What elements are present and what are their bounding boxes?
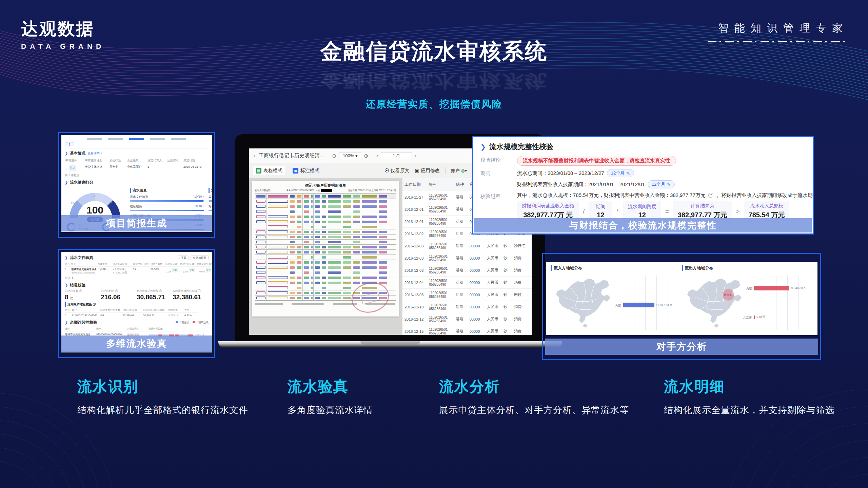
score-bar bbox=[130, 210, 204, 211]
table-mode-button[interactable]: ▦ 表格模式 bbox=[253, 166, 285, 175]
bar-outflow-small bbox=[754, 316, 755, 319]
briefing-score-list-2: 异常流水10/10 ›对手分析10/10 › bbox=[209, 195, 212, 211]
label-process: 校验过程 bbox=[480, 192, 517, 222]
briefing-tab[interactable]: 1 bbox=[65, 142, 74, 147]
cell-account: 1102026501056286490 bbox=[427, 267, 454, 274]
page-title-reflection: 金融信贷流水审核系统 bbox=[0, 69, 868, 93]
bar-inflow bbox=[623, 303, 654, 307]
document-title: 工商银行借记卡历史明细清... bbox=[259, 152, 324, 159]
score-value: 10/10 › bbox=[194, 204, 204, 209]
cell-serial: 00000 bbox=[468, 329, 485, 333]
feature-verify: 流水验真 多角度验真流水详情 bbox=[288, 377, 373, 416]
inflow-chart-title: 流入方地域分布 bbox=[551, 265, 682, 271]
zoom-level-select[interactable]: 100% ▾ bbox=[339, 152, 361, 159]
help-icon[interactable]: ? bbox=[708, 193, 713, 198]
cell-account: 1102026501056286490 bbox=[427, 316, 454, 323]
cell-cash: 钞 bbox=[501, 243, 512, 248]
score-value: 10/10 › bbox=[194, 195, 204, 199]
score-col2-header: 流水分析 bbox=[209, 188, 212, 193]
chevron-right-icon: ❯ bbox=[65, 256, 68, 260]
cell-type: 活期 bbox=[454, 329, 468, 334]
scanned-row bbox=[255, 219, 396, 224]
feature-title: 流水分析 bbox=[439, 377, 629, 396]
cell-serial: 00000 bbox=[468, 293, 485, 297]
score-bar bbox=[209, 200, 212, 202]
cell-cash: 钞 bbox=[501, 317, 512, 322]
period-tag[interactable]: 12个月✎ bbox=[648, 180, 675, 188]
account-filter-dropdown[interactable]: 账户 ◎▾ bbox=[451, 168, 467, 174]
scanned-row bbox=[255, 255, 396, 260]
cell-date: 2016-12-03 bbox=[402, 268, 427, 272]
period-tag[interactable]: 12个月✎ bbox=[607, 169, 634, 177]
cell-date: 2016-12-01 bbox=[402, 220, 427, 224]
feature-desc: 结构化解析几乎全部格式的银行流水文件 bbox=[77, 404, 248, 416]
cell-date: 2016-12-03 bbox=[402, 256, 427, 260]
cell-serial: 00000 bbox=[468, 305, 485, 309]
prev-page-icon[interactable]: ‹ bbox=[376, 153, 378, 159]
feature-title: 流水识别 bbox=[77, 377, 248, 396]
panel-caption: 多维流水验真 bbox=[61, 336, 212, 352]
panel-scale-check: ❯ 流水规模完整性校验 校验结论 流水规模不能覆盖财报利润表中营业收入金额，请检… bbox=[472, 136, 814, 235]
cell-memo: 消费 bbox=[512, 329, 532, 334]
cell-type: 活期 bbox=[454, 317, 468, 322]
next-page-icon[interactable]: › bbox=[415, 153, 416, 159]
cell-account: 1102026501056286490 bbox=[427, 279, 454, 286]
section-score-title: 流水健康打分 bbox=[70, 180, 93, 185]
panel-briefing: 1 + ❯ 基本情况 查看详情 » 申贷主体申贷主体性质 所处行业企业性质 法定… bbox=[58, 132, 215, 238]
slide: 达观数据 DATA GRAND 智能知识管理专家 金融信贷流水审核系统 金融信贷… bbox=[0, 0, 868, 488]
score-label: 流水文件验真 bbox=[130, 195, 148, 199]
score-bar bbox=[130, 200, 204, 202]
zoom-out-icon[interactable]: ⊖ bbox=[332, 153, 337, 159]
scanned-row bbox=[255, 270, 396, 275]
outflow-bar-chart: 为空 9,646.88万 北京市 0.84万 bbox=[754, 276, 811, 330]
cell-serial: 00000 bbox=[468, 268, 485, 272]
interest-check-table: 序号账户 结息次数/应结次数流水日均余额 利息推算日均总余额活期利率 差率 1 … bbox=[65, 308, 209, 318]
page-title: 金融信贷流水审核系统 bbox=[0, 37, 868, 66]
add-tab-button[interactable]: + bbox=[76, 142, 82, 147]
cell-type: 活期 bbox=[454, 280, 468, 285]
chevron-right-icon: ❯ bbox=[65, 151, 68, 156]
redaction-box bbox=[321, 189, 332, 192]
apply-changes-button[interactable]: ▣ 应用修改 bbox=[415, 168, 440, 174]
score-item: 对手分析10/10 › bbox=[209, 204, 212, 211]
brand-tagline: 智能知识管理专家 bbox=[708, 21, 848, 35]
cell-currency: 人民币 bbox=[485, 280, 501, 285]
cell-currency: 人民币 bbox=[485, 329, 501, 334]
zoom-in-icon[interactable]: ⊕ bbox=[364, 153, 368, 159]
annotate-icon: ◙ bbox=[293, 168, 298, 174]
cell-memo: 消费 bbox=[512, 256, 532, 261]
cell-account: 1102026501056286490 bbox=[427, 242, 454, 250]
view-original-button[interactable]: ⦿ 仅看原文 bbox=[384, 168, 410, 174]
score-col1-header: 流水验真 bbox=[130, 188, 204, 193]
scanned-row bbox=[255, 260, 396, 265]
annotate-mode-button[interactable]: ◙ 标注模式 bbox=[290, 166, 322, 175]
cell-date: 2016-12-12 bbox=[402, 317, 427, 321]
score-label: 结息校验 bbox=[130, 204, 142, 209]
panel-caption: 项目简报生成 bbox=[61, 215, 212, 231]
scanned-row bbox=[255, 204, 396, 209]
table-row: 2016-12-031102026501056286490活期00000人民币钞… bbox=[402, 240, 532, 252]
panel-caption: 与财报结合，校验流水规模完整性 bbox=[474, 218, 812, 232]
score-item: 流水文件验真10/10 › bbox=[130, 195, 204, 202]
cell-type: 活期 bbox=[454, 231, 468, 236]
cell-serial: 00000 bbox=[468, 317, 485, 321]
table-row: 2016-12-031102026501056286490活期00000人民币钞… bbox=[402, 252, 532, 264]
scanned-document-pane: 借记卡账户历史明细清单 杞城支行营业部 卡号:62220211020214747… bbox=[249, 178, 402, 335]
cell-type: 活期 bbox=[454, 195, 468, 200]
outflow-region-chart: 流出方地域分布 北京市 为空 9 bbox=[682, 265, 813, 332]
edit-icon[interactable]: ✎ bbox=[176, 313, 179, 317]
cell-cash: 钞 bbox=[501, 329, 512, 334]
download-button[interactable]: ⤓ 下载 bbox=[177, 256, 189, 260]
inflow-bar-chart: 为空 11,817.81万 bbox=[623, 276, 680, 330]
cell-currency: 人民币 bbox=[485, 317, 501, 322]
cell-currency: 人民币 bbox=[485, 268, 501, 273]
balance-legend: 余额连续 余额不连续 bbox=[176, 321, 209, 324]
map-marker-beijing: 北京市 bbox=[723, 289, 734, 301]
detail-link[interactable]: 查看详情 » bbox=[87, 151, 102, 156]
settings-button[interactable]: ⚙ 阈值设置 bbox=[191, 256, 209, 260]
back-icon[interactable]: ‹ bbox=[254, 153, 255, 159]
cell-cash: 钞 bbox=[501, 256, 512, 261]
cell-memo: 消费 bbox=[512, 304, 532, 309]
scanned-row bbox=[255, 224, 396, 229]
table-grid-icon: ▦ bbox=[256, 168, 261, 174]
